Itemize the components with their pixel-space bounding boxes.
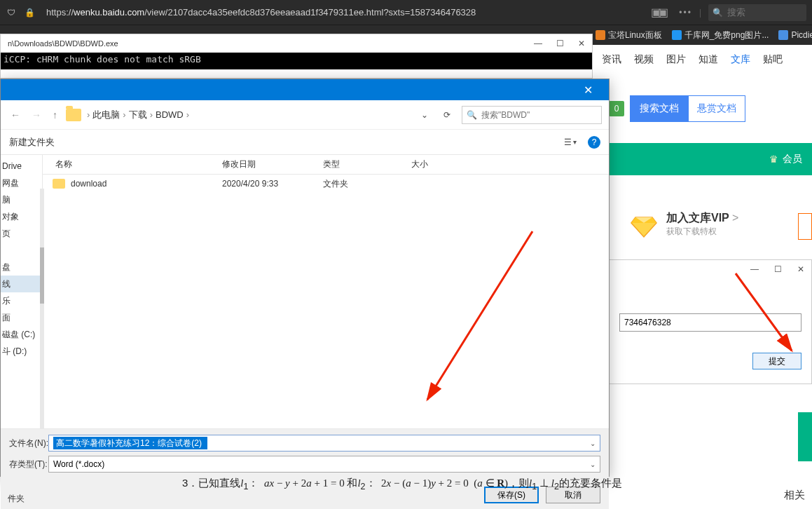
maximize-icon[interactable]: ☐ bbox=[556, 39, 564, 48]
nav-zhidao[interactable]: 知道 bbox=[699, 53, 718, 66]
save-dialog-nav: ← → ↑ › 此电脑 › 下载 › BDWD › ⌄ ⟳ 🔍 bbox=[1, 100, 609, 130]
minimize-icon[interactable]: — bbox=[750, 264, 759, 274]
file-type: 文件夹 bbox=[323, 178, 411, 190]
forward-icon[interactable]: → bbox=[29, 109, 44, 121]
save-dialog-titlebar: ✕ bbox=[1, 79, 609, 100]
file-list-header: 名称 修改日期 类型 大小 bbox=[43, 155, 609, 175]
vip-banner-strip[interactable]: ♛ 会员 bbox=[609, 143, 812, 175]
hide-folders-toggle[interactable]: 件夹 bbox=[8, 493, 25, 505]
filename-field[interactable]: ⌄ bbox=[48, 435, 600, 452]
dialog-search-box[interactable]: 🔍 bbox=[462, 106, 602, 124]
refresh-icon[interactable]: ⟳ bbox=[438, 110, 456, 120]
close-icon[interactable]: ✕ bbox=[574, 83, 602, 97]
column-name[interactable]: 名称 bbox=[43, 158, 222, 170]
page-actions-icon[interactable]: ••• bbox=[679, 8, 692, 18]
breadcrumb-current[interactable]: BDWD bbox=[156, 109, 184, 120]
url-path: /view/2107dacc4a35eefdc8d376eeaeaad1f347… bbox=[144, 7, 476, 18]
breadcrumb-pc[interactable]: 此电脑 bbox=[92, 109, 120, 121]
bookmark-baota[interactable]: 宝塔Linux面板 bbox=[596, 29, 662, 41]
vip-title: 加入文库VIP > bbox=[666, 211, 738, 226]
console-title-text: n\Downloads\BDWD\BDWD.exe bbox=[8, 39, 118, 48]
chevron-down-icon[interactable]: ⌄ bbox=[590, 440, 596, 447]
baidu-top-nav: 资讯 视频 图片 知道 文库 贴吧 bbox=[595, 49, 812, 70]
save-dialog-toolbar: 新建文件夹 ☰ ▾ ? bbox=[1, 130, 609, 155]
breadcrumb[interactable]: › 此电脑 › 下载 › BDWD › bbox=[87, 109, 411, 121]
search-document-button[interactable]: 搜索文档 bbox=[630, 95, 689, 122]
vip-ad-block[interactable]: 加入文库VIP > 获取下载特权 bbox=[616, 203, 812, 245]
file-name: download bbox=[71, 179, 106, 189]
help-icon[interactable]: ? bbox=[588, 136, 600, 149]
baidu-search-area: 0 搜索文档 悬赏文档 bbox=[609, 91, 812, 126]
sidebar-item[interactable]: 线 bbox=[1, 276, 42, 292]
file-date: 2020/4/20 9:33 bbox=[222, 179, 323, 189]
sidebar-item[interactable]: 面 bbox=[1, 309, 42, 326]
sidebar-item[interactable]: 乐 bbox=[1, 292, 42, 309]
search-icon: 🔍 bbox=[467, 110, 477, 120]
vip-banner-label: 会员 bbox=[783, 153, 802, 165]
sidebar-item[interactable]: 页 bbox=[1, 225, 42, 242]
nav-tieba[interactable]: 贴吧 bbox=[763, 53, 783, 66]
maximize-icon[interactable]: ☐ bbox=[774, 264, 782, 274]
sidebar-item[interactable]: Drive bbox=[1, 158, 42, 175]
side-tab[interactable] bbox=[798, 412, 812, 461]
chevron-right-icon: › bbox=[150, 109, 153, 120]
bookmark-qianku[interactable]: 千库网_免费png图片... bbox=[672, 29, 769, 41]
sidebar-item[interactable]: 网盘 bbox=[1, 175, 42, 191]
bookmark-label: 千库网_免费png图片... bbox=[684, 29, 769, 41]
back-icon[interactable]: ← bbox=[8, 109, 23, 121]
sidebar-scrollbar-thumb[interactable] bbox=[40, 247, 44, 304]
column-type[interactable]: 类型 bbox=[323, 158, 411, 170]
search-icon: 🔍 bbox=[713, 8, 723, 18]
lock-warning-icon[interactable]: 🔒 bbox=[24, 7, 35, 18]
browser-search-input[interactable] bbox=[727, 7, 783, 18]
sidebar-item[interactable]: 盘 bbox=[1, 259, 42, 276]
up-icon[interactable]: ↑ bbox=[50, 109, 60, 121]
sidebar-item[interactable]: 斗 (D:) bbox=[1, 343, 42, 360]
minimize-icon[interactable]: — bbox=[534, 39, 542, 48]
new-folder-button[interactable]: 新建文件夹 bbox=[9, 136, 55, 149]
crown-icon: ♛ bbox=[769, 154, 778, 165]
sidebar-item[interactable] bbox=[1, 242, 42, 259]
dialog-search-input[interactable] bbox=[481, 110, 597, 120]
breadcrumb-downloads[interactable]: 下载 bbox=[129, 109, 147, 121]
bookmark-label: Picdie bbox=[791, 30, 812, 40]
submit-dialog: — ☐ ✕ 提交 bbox=[609, 259, 812, 384]
bookmark-picdie[interactable]: Picdie bbox=[778, 30, 812, 40]
notification-badge[interactable]: 0 bbox=[609, 101, 624, 116]
submit-button[interactable]: 提交 bbox=[752, 353, 801, 369]
nav-image[interactable]: 图片 bbox=[666, 53, 686, 66]
chevron-right-icon: > bbox=[732, 212, 738, 224]
filetype-value: Word (*.docx) bbox=[53, 459, 104, 469]
url-display[interactable]: https://wenku.baidu.com/view/2107dacc4a3… bbox=[42, 7, 644, 18]
submit-url-input[interactable] bbox=[619, 313, 801, 332]
vip-subtitle: 获取下载特权 bbox=[666, 226, 738, 238]
column-size[interactable]: 大小 bbox=[411, 158, 495, 170]
folder-icon bbox=[66, 109, 81, 121]
sidebar-item[interactable]: 磁盘 (C:) bbox=[1, 326, 42, 343]
close-icon[interactable]: ✕ bbox=[578, 39, 585, 48]
bookmark-label: 宝塔Linux面板 bbox=[608, 29, 662, 41]
vip-action-button[interactable] bbox=[798, 213, 812, 240]
view-options-icon[interactable]: ☰ ▾ bbox=[564, 137, 577, 147]
file-list: 名称 修改日期 类型 大小 download 2020/4/20 9:33 文件… bbox=[43, 155, 609, 428]
close-icon[interactable]: ✕ bbox=[797, 264, 804, 274]
sidebar-item[interactable]: 对象 bbox=[1, 208, 42, 225]
sidebar-item[interactable]: 脑 bbox=[1, 191, 42, 208]
shield-icon[interactable]: 🛡 bbox=[6, 7, 17, 18]
chevron-right-icon: › bbox=[87, 109, 90, 120]
chevron-down-icon: ⌄ bbox=[590, 461, 596, 468]
breadcrumb-dropdown-icon[interactable]: ⌄ bbox=[417, 110, 432, 120]
column-date[interactable]: 修改日期 bbox=[222, 158, 323, 170]
nav-news[interactable]: 资讯 bbox=[602, 53, 621, 66]
chevron-right-icon: › bbox=[123, 109, 125, 120]
filename-input[interactable] bbox=[53, 437, 207, 449]
filename-label: 文件名(N): bbox=[9, 437, 44, 449]
filetype-select[interactable]: Word (*.docx) ⌄ bbox=[48, 456, 600, 473]
table-row[interactable]: download 2020/4/20 9:33 文件夹 bbox=[43, 175, 609, 193]
browser-search-box[interactable]: 🔍 bbox=[708, 4, 806, 21]
reader-mode-icon[interactable]: ▣▣ bbox=[651, 6, 665, 19]
nav-wenku[interactable]: 文库 bbox=[731, 53, 750, 66]
console-output: iCCP: cHRM chunk does not match sRGB bbox=[1, 53, 592, 69]
nav-video[interactable]: 视频 bbox=[634, 53, 654, 66]
bounty-document-button[interactable]: 悬赏文档 bbox=[689, 95, 745, 122]
